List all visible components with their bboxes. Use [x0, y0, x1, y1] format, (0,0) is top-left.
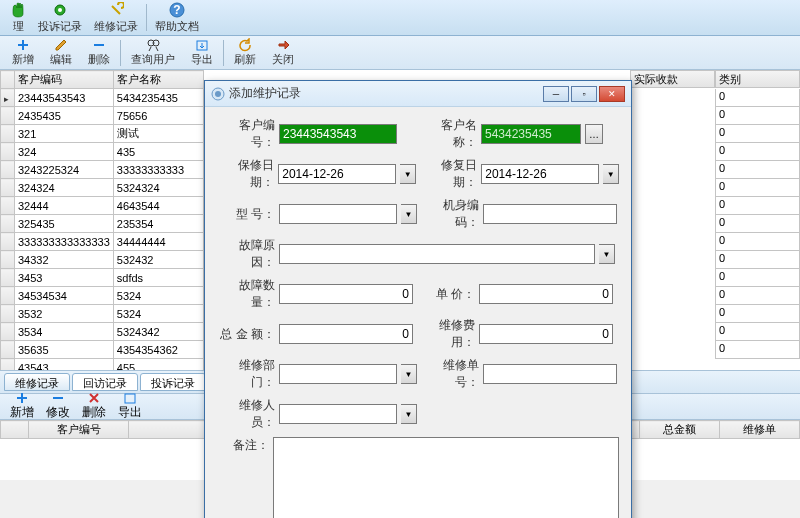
cell-actual-receipt[interactable]: 0	[715, 341, 800, 359]
menu-label: 理	[13, 19, 24, 34]
menu-item-manage[interactable]: 理	[4, 2, 32, 33]
col-category[interactable]: 类别	[715, 70, 800, 88]
col-actual-receipt[interactable]: 实际收款	[630, 70, 715, 88]
bottom-export-button[interactable]: 导出	[112, 392, 148, 421]
repair-date-input[interactable]	[481, 164, 599, 184]
svg-point-1	[58, 8, 62, 12]
dialog-titlebar[interactable]: 添加维护记录 ─ ▫ ✕	[205, 81, 631, 107]
table-row[interactable]: 321测试	[1, 125, 204, 143]
table-row[interactable]: 234435435435434235435	[1, 89, 204, 107]
grid-right-headers: 实际收款 类别	[630, 70, 800, 88]
refresh-icon	[238, 38, 252, 52]
cell-actual-receipt[interactable]: 0	[715, 143, 800, 161]
menu-label: 帮助文档	[155, 19, 199, 34]
col-customer-id[interactable]: 客户编号	[29, 421, 129, 439]
col-total[interactable]: 总金额	[640, 421, 720, 439]
dialog-icon	[211, 87, 225, 101]
fault-qty-input[interactable]	[279, 284, 413, 304]
menu-item-repair[interactable]: 维修记录	[88, 2, 144, 33]
repair-date-label: 修复日期：	[420, 157, 477, 191]
tab-followup-records[interactable]: 回访记录	[72, 373, 138, 391]
minus-icon	[52, 392, 64, 404]
table-row[interactable]: 34332532432	[1, 251, 204, 269]
price-label: 单 价：	[417, 286, 475, 303]
chevron-down-icon[interactable]: ▼	[401, 404, 417, 424]
close-button[interactable]: 关闭	[264, 37, 302, 68]
menu-item-complaint[interactable]: 投诉记录	[32, 2, 88, 33]
window-close-button[interactable]: ✕	[599, 86, 625, 102]
remarks-textarea[interactable]	[273, 437, 619, 518]
bottom-add-button[interactable]: 新增	[4, 392, 40, 421]
total-input[interactable]	[279, 324, 413, 344]
minimize-button[interactable]: ─	[543, 86, 569, 102]
chevron-down-icon[interactable]: ▼	[401, 204, 417, 224]
export-button[interactable]: 导出	[183, 37, 221, 68]
chevron-down-icon[interactable]: ▼	[603, 164, 619, 184]
cell-actual-receipt[interactable]: 0	[715, 197, 800, 215]
table-row[interactable]: 324444643544	[1, 197, 204, 215]
cell-actual-receipt[interactable]: 0	[715, 161, 800, 179]
cell-actual-receipt[interactable]: 0	[715, 179, 800, 197]
table-row[interactable]: 35345324342	[1, 323, 204, 341]
cell-actual-receipt[interactable]: 0	[715, 323, 800, 341]
dept-input[interactable]	[279, 364, 397, 384]
col-header[interactable]: 客户编码	[15, 71, 114, 89]
fee-label: 维修费用：	[417, 317, 475, 351]
fault-input[interactable]	[279, 244, 595, 264]
table-row[interactable]: 243543575656	[1, 107, 204, 125]
cell-actual-receipt[interactable]: 0	[715, 251, 800, 269]
help-icon: ?	[169, 2, 185, 18]
edit-button[interactable]: 编辑	[42, 37, 80, 68]
main-grid[interactable]: 客户编码客户名称23443543543543423543524354357565…	[0, 70, 204, 370]
bottom-delete-button[interactable]: 删除	[76, 392, 112, 421]
dialog-body: 客户编号： 客户名称： … 保修日期： ▼ 修复日期： ▼ 型 号： ▼ 机身编…	[205, 107, 631, 518]
menu-label: 维修记录	[94, 19, 138, 34]
cell-actual-receipt[interactable]: 0	[715, 89, 800, 107]
table-row[interactable]: 324435	[1, 143, 204, 161]
model-input[interactable]	[279, 204, 397, 224]
add-button[interactable]: 新增	[4, 37, 42, 68]
chevron-down-icon[interactable]: ▼	[400, 164, 416, 184]
table-row[interactable]: 43543455	[1, 359, 204, 371]
tab-repair-records[interactable]: 维修记录	[4, 373, 70, 391]
lookup-button[interactable]: …	[585, 124, 603, 144]
staff-input[interactable]	[279, 404, 397, 424]
table-row[interactable]: 345345345324	[1, 287, 204, 305]
chevron-down-icon[interactable]: ▼	[401, 364, 417, 384]
svg-point-9	[215, 91, 221, 97]
warranty-date-input[interactable]	[278, 164, 396, 184]
customer-id-input[interactable]	[279, 124, 397, 144]
cell-actual-receipt[interactable]: 0	[715, 107, 800, 125]
cell-actual-receipt[interactable]: 0	[715, 287, 800, 305]
table-row[interactable]: 324322532433333333333	[1, 161, 204, 179]
search-user-button[interactable]: 查询用户	[123, 37, 183, 68]
serial-input[interactable]	[483, 204, 617, 224]
menu-item-help[interactable]: ? 帮助文档	[149, 2, 205, 33]
refresh-button[interactable]: 刷新	[226, 37, 264, 68]
table-row[interactable]: 35325324	[1, 305, 204, 323]
fault-label: 故障原因：	[217, 237, 275, 271]
cell-actual-receipt[interactable]: 0	[715, 125, 800, 143]
col-repair-order[interactable]: 维修单	[720, 421, 800, 439]
bottom-edit-button[interactable]: 修改	[40, 392, 76, 421]
cell-actual-receipt[interactable]: 0	[715, 215, 800, 233]
tab-complaint-records[interactable]: 投诉记录	[140, 373, 206, 391]
table-row[interactable]: 33333333333333334444444	[1, 233, 204, 251]
cell-actual-receipt[interactable]: 0	[715, 233, 800, 251]
order-input[interactable]	[483, 364, 617, 384]
table-row[interactable]: 3453sdfds	[1, 269, 204, 287]
fee-input[interactable]	[479, 324, 613, 344]
chevron-down-icon[interactable]: ▼	[599, 244, 615, 264]
table-row[interactable]: 3243245324324	[1, 179, 204, 197]
delete-button[interactable]: 删除	[80, 37, 118, 68]
price-input[interactable]	[479, 284, 613, 304]
maximize-button[interactable]: ▫	[571, 86, 597, 102]
col-header[interactable]: 客户名称	[113, 71, 203, 89]
table-row[interactable]: 356354354354362	[1, 341, 204, 359]
svg-rect-7	[125, 394, 135, 403]
menu-label: 投诉记录	[38, 19, 82, 34]
cell-actual-receipt[interactable]: 0	[715, 305, 800, 323]
table-row[interactable]: 325435235354	[1, 215, 204, 233]
cell-actual-receipt[interactable]: 0	[715, 269, 800, 287]
model-label: 型 号：	[217, 206, 275, 223]
